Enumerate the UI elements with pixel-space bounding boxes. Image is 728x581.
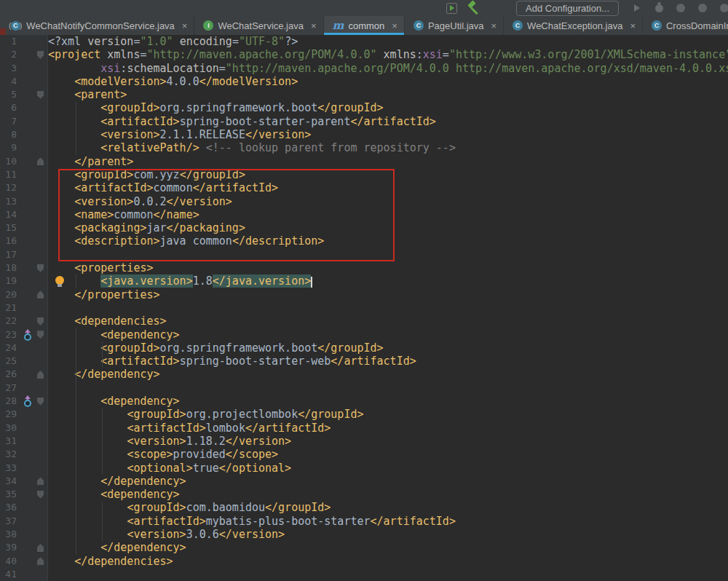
code-line[interactable]: 30 <artifactId>lombok</artifactId> xyxy=(0,422,728,435)
code-line[interactable]: 22 <dependencies> xyxy=(0,315,728,328)
code-line[interactable]: 23 <dependency> xyxy=(0,328,728,341)
code-text[interactable]: <name>common</name> xyxy=(48,208,728,221)
tab-wechatnotifycommonservice-java[interactable]: (C)WeChatNotifyCommonService.java× xyxy=(0,16,194,35)
code-line[interactable]: 40 </dependencies> xyxy=(0,555,728,568)
code-line[interactable]: 41 xyxy=(0,568,728,581)
fold-open-icon[interactable] xyxy=(37,331,44,339)
code-line[interactable]: 31 <version>1.18.2</version> xyxy=(0,435,728,448)
fold-open-icon[interactable] xyxy=(37,398,44,406)
code-line[interactable]: 26 </dependency> xyxy=(0,368,728,381)
code-text[interactable]: <modelVersion>4.0.0</modelVersion> xyxy=(48,75,728,88)
code-text[interactable]: <optional>true</optional> xyxy=(48,462,728,475)
code-line[interactable]: 37 <artifactId>mybatis-plus-boot-starter… xyxy=(0,515,728,528)
more-icon[interactable] xyxy=(716,0,728,16)
code-text[interactable]: <groupId>org.projectlombok</groupId> xyxy=(48,408,728,421)
fold-open-icon[interactable] xyxy=(37,91,44,99)
code-text[interactable]: <artifactId>spring-boot-starter-web</art… xyxy=(48,355,728,368)
code-line[interactable]: 3 xsi:schemaLocation="http://maven.apach… xyxy=(0,62,728,75)
code-line[interactable]: 35 <dependency> xyxy=(0,488,728,501)
code-text[interactable]: xsi:schemaLocation="http://maven.apache.… xyxy=(48,62,728,75)
code-text[interactable]: </dependency> xyxy=(48,475,728,488)
code-line[interactable]: 25 <artifactId>spring-boot-starter-web</… xyxy=(0,355,728,368)
close-icon[interactable]: × xyxy=(392,20,397,31)
code-text[interactable]: <dependency> xyxy=(48,395,728,408)
code-line[interactable]: 20 </properties> xyxy=(0,288,728,301)
code-text[interactable] xyxy=(48,568,728,581)
code-text[interactable]: <artifactId>spring-boot-starter-parent</… xyxy=(48,115,728,128)
fold-open-icon[interactable] xyxy=(37,491,44,499)
code-text[interactable]: <groupId>com.yyz</groupId> xyxy=(48,168,728,181)
code-line[interactable]: 8 <version>2.1.1.RELEASE</version> xyxy=(0,128,728,141)
run-icon[interactable] xyxy=(629,0,645,16)
code-text[interactable]: </dependency> xyxy=(48,541,728,554)
code-text[interactable]: <dependencies> xyxy=(48,315,728,328)
fold-close-icon[interactable] xyxy=(37,371,44,379)
code-line[interactable]: 15 <packaging>jar</packaging> xyxy=(0,221,728,234)
code-line[interactable]: 28 <dependency> xyxy=(0,395,728,408)
code-line[interactable]: 24 <groupId>org.springframework.boot</gr… xyxy=(0,341,728,355)
tab-pageutil-java[interactable]: CPageUtil.java× xyxy=(405,16,504,35)
fold-close-icon[interactable] xyxy=(37,290,44,299)
code-editor[interactable]: 1<?xml version="1.0" encoding="UTF-8"?>2… xyxy=(0,35,728,581)
code-line[interactable]: 29 <groupId>org.projectlombok</groupId> xyxy=(0,408,728,421)
code-text[interactable]: <groupId>com.baomidou</groupId> xyxy=(48,501,728,514)
code-text[interactable]: <version>0.0.2</version> xyxy=(48,195,728,208)
code-text[interactable]: </dependencies> xyxy=(48,555,728,568)
code-line[interactable]: 39 </dependency> xyxy=(0,541,728,554)
code-line[interactable]: 34 </dependency> xyxy=(0,475,728,488)
fold-open-icon[interactable] xyxy=(37,264,44,272)
code-line[interactable]: 5 <parent> xyxy=(0,88,728,101)
code-text[interactable]: <artifactId>common</artifactId> xyxy=(48,181,728,194)
code-text[interactable]: <relativePath/> <!-- lookup parent from … xyxy=(48,141,728,154)
fold-open-icon[interactable] xyxy=(37,317,44,325)
fold-open-icon[interactable] xyxy=(37,51,44,59)
code-text[interactable]: <version>1.18.2</version> xyxy=(48,435,728,448)
code-line[interactable]: 33 <optional>true</optional> xyxy=(0,462,728,475)
debug-icon[interactable] xyxy=(651,0,667,16)
code-line[interactable]: 14 <name>common</name> xyxy=(0,208,728,221)
code-line[interactable]: 9 <relativePath/> <!-- lookup parent fro… xyxy=(0,141,728,154)
close-icon[interactable]: × xyxy=(491,20,497,31)
fold-close-icon[interactable] xyxy=(37,557,44,565)
code-text[interactable]: <groupId>org.springframework.boot</group… xyxy=(48,341,728,355)
code-line[interactable]: 27 xyxy=(0,382,728,395)
code-line[interactable]: 1<?xml version="1.0" encoding="UTF-8"?> xyxy=(0,35,728,48)
tab-wechatexception-java[interactable]: CWeChatException.java× xyxy=(504,16,643,35)
maven-update-icon[interactable] xyxy=(23,329,33,341)
code-text[interactable]: <scope>provided</scope> xyxy=(48,448,728,461)
code-text[interactable]: </dependency> xyxy=(48,368,728,381)
code-text[interactable]: <groupId>org.springframework.boot</group… xyxy=(48,101,728,114)
fold-close-icon[interactable] xyxy=(37,477,44,485)
code-text[interactable]: </properties> xyxy=(48,288,728,301)
code-line[interactable]: 7 <artifactId>spring-boot-starter-parent… xyxy=(0,115,728,128)
code-text[interactable]: <properties> xyxy=(48,261,728,274)
code-line[interactable]: 11 <groupId>com.yyz</groupId> xyxy=(0,168,728,181)
code-line[interactable]: 19 <java.version>1.8</java.version> xyxy=(0,274,728,288)
code-text[interactable]: <java.version>1.8</java.version> xyxy=(48,274,728,288)
code-line[interactable]: 2<project xmlns="http://maven.apache.org… xyxy=(0,48,728,61)
code-text[interactable]: <project xmlns="http://maven.apache.org/… xyxy=(48,48,728,61)
run-configuration-select[interactable]: Add Configuration... xyxy=(516,1,619,16)
code-line[interactable]: 36 <groupId>com.baomidou</groupId> xyxy=(0,501,728,514)
code-line[interactable]: 13 <version>0.0.2</version> xyxy=(0,195,728,208)
code-line[interactable]: 10 </parent> xyxy=(0,155,728,168)
close-icon[interactable]: × xyxy=(311,20,317,31)
code-text[interactable]: <dependency> xyxy=(48,328,728,341)
code-line[interactable]: 38 <version>3.0.6</version> xyxy=(0,528,728,541)
code-text[interactable] xyxy=(48,301,728,315)
code-text[interactable]: <artifactId>lombok</artifactId> xyxy=(48,422,728,435)
code-line[interactable]: 17 xyxy=(0,248,728,261)
code-text[interactable]: <description>java common</description> xyxy=(48,234,728,248)
stop-icon[interactable] xyxy=(695,0,711,16)
code-text[interactable]: <?xml version="1.0" encoding="UTF-8"?> xyxy=(48,35,728,48)
code-text[interactable]: <parent> xyxy=(48,88,728,101)
code-text[interactable]: <packaging>jar</packaging> xyxy=(48,221,728,234)
fold-close-icon[interactable] xyxy=(37,157,44,165)
close-icon[interactable]: × xyxy=(630,20,636,31)
maven-update-icon[interactable] xyxy=(23,395,33,408)
tab-crossdomaininterceptor-java[interactable]: CCrossDomainInterceptor.java× xyxy=(643,16,728,35)
code-line[interactable]: 18 <properties> xyxy=(0,261,728,274)
code-text[interactable]: <version>2.1.1.RELEASE</version> xyxy=(48,128,728,141)
tab-common[interactable]: mcommon× xyxy=(324,16,405,35)
close-icon[interactable]: × xyxy=(182,20,188,31)
